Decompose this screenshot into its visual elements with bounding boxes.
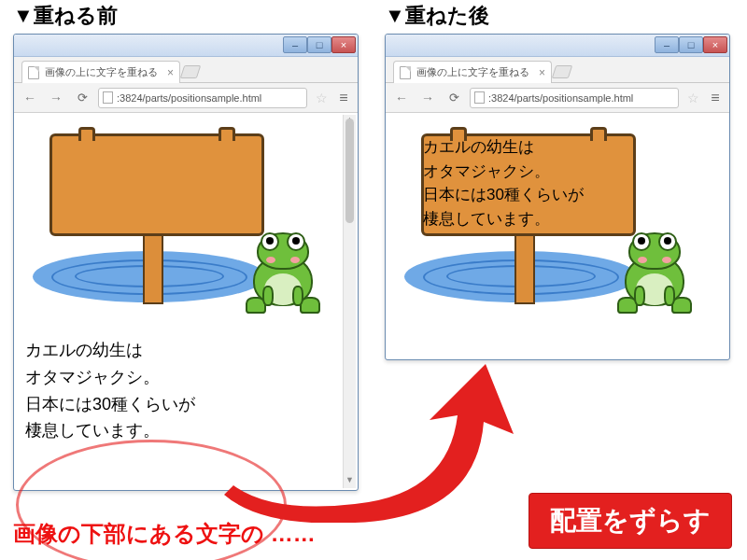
menu-icon[interactable]: ≡ <box>707 90 724 106</box>
minimize-button[interactable]: – <box>655 36 679 53</box>
bookmark-star-icon[interactable]: ☆ <box>313 90 330 106</box>
reload-button[interactable]: ⟳ <box>72 88 92 108</box>
address-bar: ← → ⟳ :3824/parts/positionsample.html ☆ … <box>14 83 358 113</box>
browser-window-after: – □ × 画像の上に文字を重ねる × ← → ⟳ :3824/parts/po… <box>385 34 730 360</box>
browser-tab[interactable]: 画像の上に文字を重ねる × <box>393 61 552 83</box>
tab-close-icon[interactable]: × <box>539 66 545 79</box>
frog-icon <box>242 225 324 314</box>
page-icon <box>400 66 411 79</box>
url-text: :3824/parts/positionsample.html <box>117 92 261 104</box>
tab-bar: 画像の上に文字を重ねる × <box>386 57 729 83</box>
bookmark-star-icon[interactable]: ☆ <box>684 90 701 106</box>
frog-icon <box>613 225 696 314</box>
signboard-illustration <box>23 122 331 323</box>
forward-button[interactable]: → <box>417 88 438 108</box>
browser-window-before: – □ × 画像の上に文字を重ねる × ← → ⟳ :3824/parts/po… <box>13 34 359 491</box>
page-viewport: カエルの幼生は オタマジャクシ。 日本には30種くらいが 棲息しています。 <box>386 113 729 359</box>
page-icon <box>474 91 485 104</box>
caption-text-below: カエルの幼生は オタマジャクシ。 日本には30種くらいが 棲息しています。 <box>25 337 305 444</box>
reload-button[interactable]: ⟳ <box>444 88 464 108</box>
url-text: :3824/parts/positionsample.html <box>488 92 633 104</box>
maximize-button[interactable]: □ <box>307 36 331 53</box>
browser-tab[interactable]: 画像の上に文字を重ねる × <box>21 61 180 83</box>
scroll-thumb[interactable] <box>345 119 354 223</box>
new-tab-button[interactable] <box>552 65 573 78</box>
new-tab-button[interactable] <box>180 65 202 78</box>
scrollbar[interactable]: ▲ ▼ <box>343 115 356 488</box>
back-button[interactable]: ← <box>391 88 412 108</box>
shift-position-button[interactable]: 配置をずらす <box>529 493 732 549</box>
close-window-button[interactable]: × <box>703 36 727 53</box>
titlebar[interactable]: – □ × <box>386 35 729 57</box>
heading-before: ▼重ねる前 <box>13 2 118 30</box>
page-icon <box>103 91 113 104</box>
titlebar[interactable]: – □ × <box>14 35 358 57</box>
caption-text-overlaid: カエルの幼生は オタマジャクシ。 日本には30種くらいが 棲息しています。 <box>423 135 623 231</box>
tab-title: 画像の上に文字を重ねる <box>45 65 158 79</box>
page-icon <box>28 66 39 79</box>
maximize-button[interactable]: □ <box>679 36 703 53</box>
tab-title: 画像の上に文字を重ねる <box>416 65 529 79</box>
url-field[interactable]: :3824/parts/positionsample.html <box>98 88 307 108</box>
page-viewport: ▲ ▼ カエルの幼生は オタマジャクシ。 日本には30種くらいが 棲息しています… <box>14 113 358 490</box>
footer-caption: 画像の下部にある文字の …… <box>13 519 316 549</box>
heading-after: ▼重ねた後 <box>385 2 489 30</box>
minimize-button[interactable]: – <box>283 36 307 53</box>
tab-close-icon[interactable]: × <box>167 66 174 79</box>
scroll-down-icon[interactable]: ▼ <box>344 475 356 488</box>
tab-bar: 画像の上に文字を重ねる × <box>14 57 358 83</box>
address-bar: ← → ⟳ :3824/parts/positionsample.html ☆ … <box>386 83 729 113</box>
menu-icon[interactable]: ≡ <box>335 90 352 106</box>
forward-button[interactable]: → <box>46 88 66 108</box>
back-button[interactable]: ← <box>20 88 40 108</box>
url-field[interactable]: :3824/parts/positionsample.html <box>470 88 679 108</box>
close-window-button[interactable]: × <box>331 36 356 53</box>
